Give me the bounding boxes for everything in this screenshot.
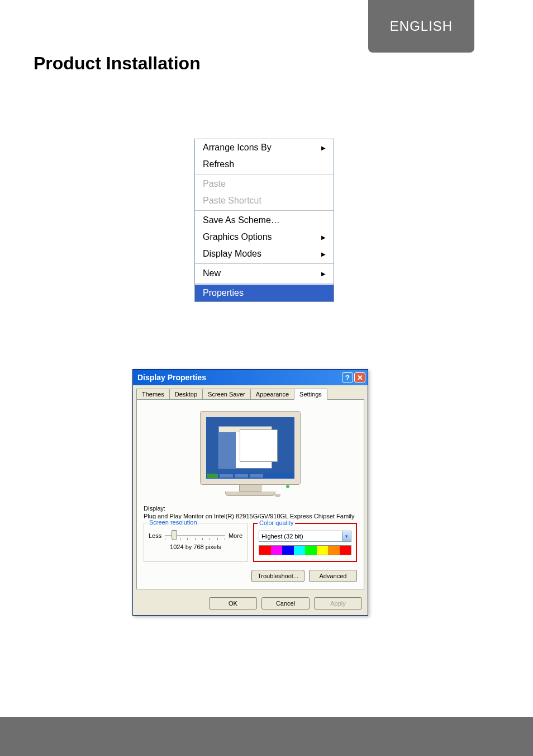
tab-desktop[interactable]: Desktop xyxy=(169,389,203,400)
screen-resolution-legend: Screen resolution xyxy=(147,519,199,526)
submenu-arrow-icon: ▶ xyxy=(321,145,326,151)
menu-arrange-icons[interactable]: Arrange Icons By ▶ xyxy=(195,139,334,156)
color-quality-dropdown[interactable]: Highest (32 bit) ▾ xyxy=(259,531,351,542)
resolution-slider-row: Less More xyxy=(149,530,242,541)
submenu-arrow-icon: ▶ xyxy=(321,271,326,277)
settings-row: Screen resolution Less More 1024 by 768 … xyxy=(144,523,357,562)
menu-paste: Paste xyxy=(195,176,334,192)
menu-label: Display Modes xyxy=(203,249,261,259)
inner-button-row: Troubleshoot... Advanced xyxy=(144,570,357,582)
display-label: Display: xyxy=(144,505,357,512)
titlebar-buttons: ? ✕ xyxy=(342,372,365,382)
close-button[interactable]: ✕ xyxy=(354,372,365,382)
submenu-arrow-icon: ▶ xyxy=(321,234,326,240)
menu-graphics-options[interactable]: Graphics Options ▶ xyxy=(195,229,334,245)
ok-button[interactable]: OK xyxy=(209,597,257,609)
menu-separator xyxy=(195,210,334,211)
menu-label: Paste xyxy=(203,179,226,189)
advanced-button[interactable]: Advanced xyxy=(309,570,357,582)
troubleshoot-button[interactable]: Troubleshoot... xyxy=(251,570,304,582)
menu-label: Arrange Icons By xyxy=(203,143,272,153)
tab-content: Display: Plug and Play Monitor on Intel(… xyxy=(136,399,364,589)
slider-thumb[interactable] xyxy=(172,530,177,540)
menu-save-scheme[interactable]: Save As Scheme… xyxy=(195,212,334,229)
tab-screensaver[interactable]: Screen Saver xyxy=(202,389,251,400)
page-title: Product Installation xyxy=(34,53,201,74)
tab-settings[interactable]: Settings xyxy=(294,389,327,400)
menu-label: New xyxy=(203,268,221,278)
tab-themes[interactable]: Themes xyxy=(136,389,170,400)
menu-label: Save As Scheme… xyxy=(203,215,280,225)
menu-display-modes[interactable]: Display Modes ▶ xyxy=(195,245,334,262)
menu-separator xyxy=(195,174,334,174)
slider-more-label: More xyxy=(229,532,242,539)
menu-new[interactable]: New ▶ xyxy=(195,265,334,282)
help-button[interactable]: ? xyxy=(342,372,353,382)
dialog-title: Display Properties xyxy=(137,373,206,382)
color-spectrum-bar xyxy=(259,545,351,555)
resolution-slider[interactable] xyxy=(165,530,225,541)
color-quality-legend: Color quality xyxy=(258,519,295,526)
cancel-button[interactable]: Cancel xyxy=(261,597,310,609)
monitor-preview xyxy=(144,407,357,502)
submenu-arrow-icon: ▶ xyxy=(321,251,326,257)
dropdown-arrow-icon[interactable]: ▾ xyxy=(342,531,351,541)
page-footer xyxy=(0,717,533,756)
menu-properties[interactable]: Properties xyxy=(195,285,334,301)
color-quality-value: Highest (32 bit) xyxy=(259,533,342,540)
menu-paste-shortcut: Paste Shortcut xyxy=(195,192,334,209)
menu-separator xyxy=(195,283,334,284)
monitor-icon xyxy=(200,411,301,496)
menu-label: Paste Shortcut xyxy=(203,196,261,206)
resolution-value: 1024 by 768 pixels xyxy=(149,544,242,550)
dialog-titlebar[interactable]: Display Properties ? ✕ xyxy=(133,370,368,385)
menu-label: Refresh xyxy=(203,159,234,169)
menu-label: Properties xyxy=(203,288,244,298)
tab-strip: Themes Desktop Screen Saver Appearance S… xyxy=(136,389,364,400)
menu-refresh[interactable]: Refresh xyxy=(195,156,334,173)
apply-button: Apply xyxy=(314,597,362,609)
menu-label: Graphics Options xyxy=(203,232,272,242)
slider-less-label: Less xyxy=(149,532,161,539)
color-quality-group: Color quality Highest (32 bit) ▾ xyxy=(253,523,357,562)
language-tab: ENGLISH xyxy=(368,0,474,53)
display-properties-dialog: Display Properties ? ✕ Themes Desktop Sc… xyxy=(132,369,368,616)
desktop-context-menu: Arrange Icons By ▶ Refresh Paste Paste S… xyxy=(194,139,334,302)
tab-appearance[interactable]: Appearance xyxy=(250,389,294,400)
menu-separator xyxy=(195,263,334,264)
dialog-button-row: OK Cancel Apply xyxy=(133,593,368,615)
screen-resolution-group: Screen resolution Less More 1024 by 768 … xyxy=(144,523,248,562)
